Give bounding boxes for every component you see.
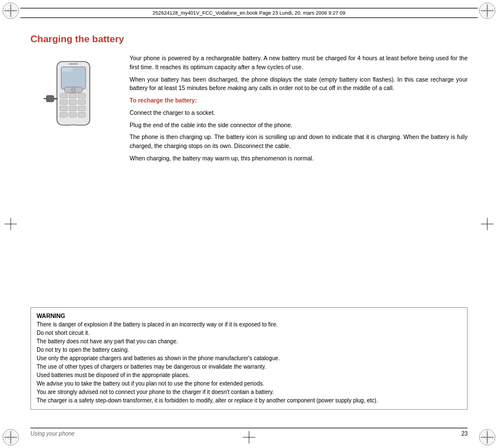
svg-rect-40: [78, 100, 86, 104]
warning-line: There is danger of explosion if the batt…: [37, 320, 461, 329]
warning-line: Use only the appropriate chargers and ba…: [37, 354, 461, 362]
phone-image-container: [30, 54, 121, 167]
deco-circle-br: [478, 428, 497, 447]
warning-line: Used batteries must be disposed of in th…: [37, 371, 461, 379]
warning-title: WARNING: [37, 312, 461, 319]
svg-rect-44: [60, 113, 68, 117]
corner-mark-ml: [5, 218, 17, 230]
svg-rect-38: [60, 100, 68, 104]
svg-rect-43: [78, 106, 86, 110]
svg-rect-52: [69, 63, 78, 65]
svg-rect-41: [60, 106, 68, 110]
svg-rect-35: [60, 93, 68, 98]
svg-point-48: [71, 88, 75, 92]
recharge-step3: The phone is then charging up. The batte…: [130, 133, 468, 151]
deco-circle-bl: [1, 428, 20, 447]
corner-mark-mr: [481, 218, 493, 230]
svg-rect-37: [78, 93, 86, 98]
header-bar: 252624128_my401V_FCC_Vodafone_en.book Pa…: [20, 8, 478, 18]
recharge-heading: To recharge the battery:: [130, 96, 468, 105]
deco-circle-tr: [478, 1, 497, 20]
corner-mark-bc: [243, 431, 255, 443]
recharge-step4: When charging, the battery may warm up, …: [130, 154, 468, 163]
warning-box: WARNING There is danger of explosion if …: [30, 307, 468, 410]
page-title: Charging the battery: [30, 34, 468, 45]
svg-rect-39: [69, 100, 77, 104]
warning-text: There is danger of explosion if the batt…: [37, 320, 461, 405]
svg-rect-42: [69, 106, 77, 110]
svg-rect-50: [46, 96, 54, 102]
svg-rect-36: [69, 93, 77, 98]
svg-rect-34: [62, 68, 73, 72]
content-section: Your phone is powered by a rechargeable …: [30, 54, 468, 167]
warning-line: The battery does not have any part that …: [37, 337, 461, 346]
paragraph2: When your battery has been discharged, t…: [130, 75, 468, 93]
warning-line: The charger is a safety step-down transf…: [37, 396, 461, 405]
recharge-step2: Plug the end of the cable into the side …: [130, 121, 468, 130]
footer-left: Using your phone: [30, 431, 74, 437]
warning-line: You are strongly advised not to connect …: [37, 388, 461, 396]
svg-rect-45: [69, 113, 77, 117]
deco-circle-tl: [1, 1, 20, 20]
body-text-section: Your phone is powered by a rechargeable …: [130, 54, 468, 167]
recharge-step1: Connect the charger to a socket.: [130, 109, 468, 118]
header-bar-text: 252624128_my401V_FCC_Vodafone_en.book Pa…: [153, 10, 345, 16]
warning-line: Do not short circuit it.: [37, 329, 461, 337]
phone-illustration: [39, 56, 112, 146]
svg-rect-46: [78, 113, 86, 117]
page-number: 23: [461, 431, 468, 437]
paragraph1: Your phone is powered by a rechargeable …: [130, 54, 468, 72]
warning-line: We advise you to take the battery out if…: [37, 379, 461, 388]
warning-line: Do not try to open the battery casing.: [37, 346, 461, 354]
svg-rect-53: [70, 124, 77, 126]
warning-line: The use of other types of chargers or ba…: [37, 362, 461, 371]
